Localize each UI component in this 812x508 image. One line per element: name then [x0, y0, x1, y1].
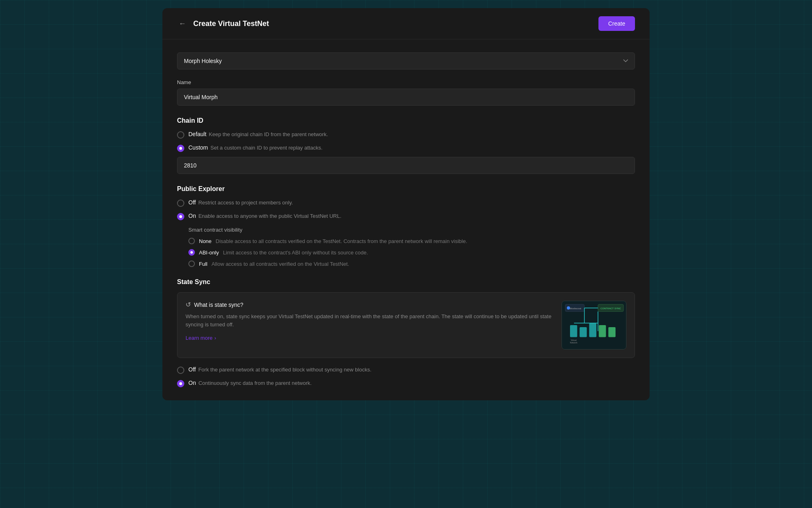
chain-id-custom-radio[interactable]: [177, 145, 184, 152]
network-dropdown[interactable]: Morph HoleskyEthereum MainnetSepolia: [177, 52, 635, 69]
explorer-off-option[interactable]: Off Restrict access to project members o…: [177, 199, 635, 207]
learn-more-arrow: ›: [214, 335, 216, 341]
explorer-off-name: Off: [188, 199, 196, 206]
sc-none-name: None: [199, 238, 212, 244]
modal-body: Morph HoleskyEthereum MainnetSepolia Nam…: [162, 39, 650, 400]
learn-more-link[interactable]: Learn more: [186, 335, 212, 341]
back-button[interactable]: ←: [177, 18, 188, 30]
modal-container: ← Create Virtual TestNet Create Morph Ho…: [162, 8, 650, 400]
svg-point-4: [567, 306, 570, 310]
chain-id-custom-desc: Set a custom chain ID to prevent replay …: [210, 145, 322, 151]
chain-id-section: Chain ID Default Keep the original chain…: [177, 117, 635, 174]
sc-abi-option[interactable]: ABI-only Limit access to the contract's …: [188, 249, 635, 256]
svg-rect-9: [570, 325, 577, 337]
smart-contract-subsection: Smart contract visibility None Disable a…: [188, 227, 635, 267]
create-button[interactable]: Create: [598, 16, 635, 31]
sc-abi-radio[interactable]: [188, 249, 195, 256]
state-sync-radio-group: Off Fork the parent network at the speci…: [177, 366, 635, 387]
state-sync-diagram: CONTRACT SYNC blockscout: [561, 301, 626, 350]
svg-text:CONTRACT SYNC: CONTRACT SYNC: [600, 307, 621, 310]
modal-header: ← Create Virtual TestNet Create: [162, 8, 650, 39]
explorer-off-desc: Restrict access to project members only.: [198, 200, 293, 206]
chain-id-input[interactable]: [177, 157, 635, 174]
chain-id-title: Chain ID: [177, 117, 635, 124]
public-explorer-title: Public Explorer: [177, 185, 635, 193]
state-sync-on-option[interactable]: On Continuously sync data from the paren…: [177, 380, 635, 387]
svg-rect-13: [608, 327, 615, 337]
sc-abi-desc: Limit access to the contract's ABI only …: [223, 250, 368, 256]
state-sync-section: State Sync ↺ What is state sync? When tu…: [177, 278, 635, 387]
sc-full-desc: Allow access to all contracts verified o…: [212, 261, 349, 267]
sc-abi-name: ABI-only: [199, 250, 219, 256]
explorer-on-option[interactable]: On Enable access to anyone with the publ…: [177, 213, 635, 220]
name-label: Name: [177, 79, 635, 85]
chain-id-custom-name: Custom: [188, 144, 208, 151]
state-sync-card: ↺ What is state sync? When turned on, st…: [177, 292, 635, 358]
explorer-on-name: On: [188, 213, 196, 219]
sc-none-option[interactable]: None Disable access to all contracts ver…: [188, 238, 635, 244]
sc-full-name: Full: [199, 261, 207, 267]
state-sync-on-desc: Continuously sync data from the parent n…: [199, 380, 312, 386]
state-sync-info: ↺ What is state sync? When turned on, st…: [186, 301, 553, 341]
chain-id-custom-input-wrapper: [177, 157, 635, 174]
header-left: ← Create Virtual TestNet: [177, 18, 269, 30]
svg-rect-10: [580, 327, 587, 337]
explorer-on-desc: Enable access to anyone with the public …: [199, 213, 341, 219]
svg-rect-11: [589, 323, 596, 337]
public-explorer-radio-group: Off Restrict access to project members o…: [177, 199, 635, 220]
smart-contract-title: Smart contract visibility: [188, 227, 635, 233]
state-sync-off-desc: Fork the parent network at the specified…: [198, 367, 371, 373]
sc-full-option[interactable]: Full Allow access to all contracts verif…: [188, 261, 635, 267]
state-sync-card-header: ↺ What is state sync?: [186, 301, 553, 308]
state-sync-off-radio[interactable]: [177, 367, 184, 374]
chain-id-default-name: Default: [188, 131, 206, 137]
sc-full-radio[interactable]: [188, 261, 195, 267]
state-sync-on-name: On: [188, 380, 196, 386]
smart-contract-radio-group: None Disable access to all contracts ver…: [188, 238, 635, 267]
chain-id-radio-group: Default Keep the original chain ID from …: [177, 131, 635, 152]
state-sync-description: When turned on, state sync keeps your Vi…: [186, 313, 553, 328]
name-input[interactable]: [177, 89, 635, 106]
svg-text:blockscout: blockscout: [570, 307, 581, 310]
svg-rect-12: [599, 325, 606, 337]
sync-icon: ↺: [186, 301, 191, 308]
chain-id-custom-option[interactable]: Custom Set a custom chain ID to prevent …: [177, 144, 635, 152]
chain-id-default-radio[interactable]: [177, 131, 184, 139]
state-sync-off-option[interactable]: Off Fork the parent network at the speci…: [177, 366, 635, 374]
state-sync-card-title: What is state sync?: [194, 302, 243, 308]
state-sync-on-radio[interactable]: [177, 380, 184, 387]
svg-text:Virtual: Virtual: [571, 339, 577, 341]
explorer-on-radio[interactable]: [177, 213, 184, 220]
state-sync-off-name: Off: [188, 366, 196, 373]
sc-none-radio[interactable]: [188, 238, 195, 244]
page-title: Create Virtual TestNet: [193, 20, 269, 28]
chain-id-default-desc: Keep the original chain ID from the pare…: [209, 131, 328, 137]
public-explorer-section: Public Explorer Off Restrict access to p…: [177, 185, 635, 267]
svg-text:Network: Network: [570, 342, 578, 344]
explorer-off-radio[interactable]: [177, 200, 184, 207]
network-dropdown-wrapper: Morph HoleskyEthereum MainnetSepolia: [177, 52, 635, 69]
state-sync-title: State Sync: [177, 278, 635, 286]
name-field-wrapper: Name: [177, 79, 635, 106]
sc-none-desc: Disable access to all contracts verified…: [216, 238, 467, 244]
chain-id-default-option[interactable]: Default Keep the original chain ID from …: [177, 131, 635, 139]
